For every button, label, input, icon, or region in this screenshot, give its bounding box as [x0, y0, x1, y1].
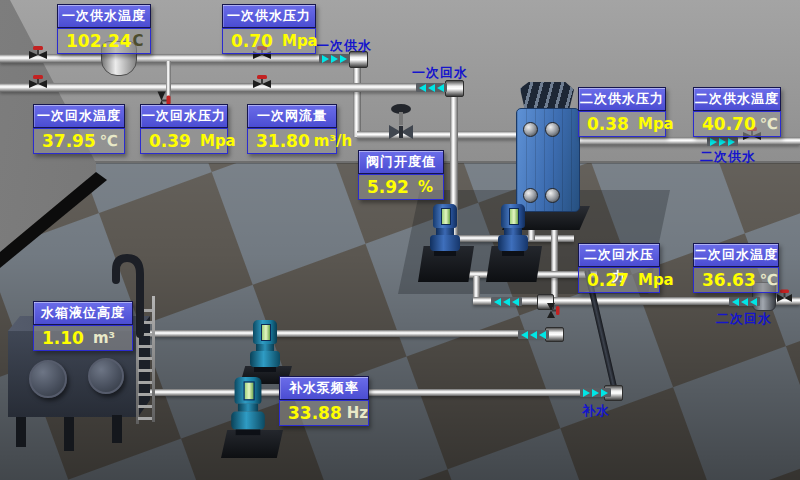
flow-arrows-left	[729, 297, 760, 306]
gauge-label: 二次回水压力	[578, 243, 660, 267]
flow-arrows-left	[518, 330, 549, 339]
tank-hatch	[29, 360, 67, 398]
secondary-supply-pipe	[566, 137, 800, 145]
gauge-value: 5.92%	[358, 174, 444, 200]
pipe-label-secondary-supply: 二次供水	[700, 148, 756, 166]
gauge-secondary-supply-pressure: 二次供水压力 0.38Mpa	[578, 87, 666, 137]
circulation-pump-1[interactable]	[430, 204, 460, 256]
pump-status-window	[441, 208, 451, 225]
gauge-value: 36.63℃	[693, 267, 779, 293]
pipe-coupling	[445, 80, 464, 97]
gauge-label: 二次供水温度	[693, 87, 781, 111]
circulation-pump-2[interactable]	[498, 204, 528, 256]
pipe-label-secondary-return: 二次回水	[716, 310, 772, 328]
flow-arrows-right	[707, 137, 738, 146]
primary-supply-drop-pipe	[353, 61, 361, 137]
gauge-primary-supply-temp: 一次供水温度 102.24C	[57, 4, 151, 54]
pipe-label-makeup: 补水	[582, 402, 610, 420]
gauge-makeup-pump-frequency: 补水泵频率 33.88Hz	[279, 376, 369, 426]
tank-hatch	[88, 358, 124, 394]
gauge-secondary-return-pressure: 二次回水压力 0.27Mpa	[578, 243, 660, 293]
gauge-label: 二次回水温度	[693, 243, 779, 267]
valve-icon[interactable]	[28, 45, 48, 62]
gauge-primary-return-temp: 一次回水温度 37.95℃	[33, 104, 125, 154]
pipe-label-primary-return: 一次回水	[412, 64, 468, 82]
gauge-primary-supply-pressure: 一次供水压力 0.70Mpa	[222, 4, 316, 54]
flow-arrows-left	[491, 297, 522, 306]
gauge-valve-opening: 阀门开度值 5.92%	[358, 150, 444, 200]
valve-icon[interactable]	[252, 74, 272, 91]
gauge-value: 37.95℃	[33, 128, 125, 154]
gauge-secondary-return-temp: 二次回水温度 36.63℃	[693, 243, 779, 293]
flow-arrows-right	[580, 388, 611, 397]
gauge-primary-flow: 一次网流量 31.80m³/h	[247, 104, 337, 154]
gauge-label: 补水泵频率	[279, 376, 369, 400]
primary-return-pipe	[0, 83, 448, 92]
valve-icon[interactable]	[28, 74, 48, 91]
gauge-value: 33.88Hz	[279, 400, 369, 426]
hmi-heating-station-screen: 一次供水 一次回水 二次供水 二次回水 补水 一次供水温度 102.24C 一次…	[0, 0, 800, 480]
pump-status-window	[244, 381, 255, 400]
gauge-label: 一次回水温度	[33, 104, 125, 128]
exchanger-port	[545, 122, 560, 137]
flow-arrows-left	[416, 83, 447, 92]
exchanger-port	[523, 188, 538, 203]
gauge-value: 0.38Mpa	[578, 111, 666, 137]
gauge-label: 二次供水压力	[578, 87, 666, 111]
gauge-primary-return-pressure: 一次回水压力 0.39Mpa	[140, 104, 228, 154]
pipe-label-primary-supply: 一次供水	[316, 37, 372, 55]
exchanger-port	[545, 188, 560, 203]
tank-leg	[112, 415, 122, 443]
makeup-pump-2[interactable]	[231, 377, 265, 435]
gauge-tank-level: 水箱液位高度 1.10m³	[33, 301, 133, 351]
primary-to-exchanger-pipe	[357, 131, 525, 139]
gauge-value: 102.24C	[57, 28, 151, 54]
drain-valve-icon[interactable]	[545, 302, 560, 319]
gauge-value: 40.70℃	[693, 111, 781, 137]
primary-supply-pipe	[0, 54, 352, 63]
gauge-label: 阀门开度值	[358, 150, 444, 174]
pump-status-window	[261, 324, 271, 341]
gauge-value: 1.10m³	[33, 325, 133, 351]
gauge-value: 0.27Mpa	[578, 267, 660, 293]
gauge-label: 一次供水温度	[57, 4, 151, 28]
gauge-value: 0.70Mpa	[222, 28, 316, 54]
pump-status-window	[509, 208, 519, 225]
makeup-pump-1[interactable]	[250, 320, 280, 372]
gauge-value: 0.39Mpa	[140, 128, 228, 154]
gauge-label: 一次网流量	[247, 104, 337, 128]
tank-leg	[16, 417, 26, 447]
gauge-label: 一次回水压力	[140, 104, 228, 128]
gauge-label: 水箱液位高度	[33, 301, 133, 325]
gauge-label: 一次供水压力	[222, 4, 316, 28]
tank-leg	[64, 417, 74, 451]
flow-arrows-right	[319, 54, 350, 63]
gauge-value: 31.80m³/h	[247, 128, 337, 154]
control-valve-icon[interactable]	[384, 102, 418, 142]
exchanger-port	[523, 122, 538, 137]
gauge-secondary-supply-temp: 二次供水温度 40.70℃	[693, 87, 781, 137]
